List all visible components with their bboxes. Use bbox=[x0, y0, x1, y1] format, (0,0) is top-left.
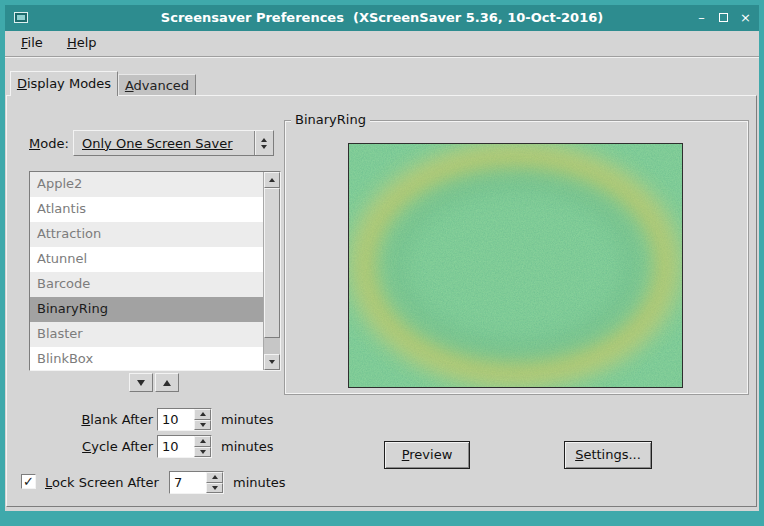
blank-after-input[interactable] bbox=[158, 409, 194, 430]
list-item[interactable]: BinaryRing bbox=[30, 297, 263, 322]
down-arrow-icon bbox=[200, 423, 206, 427]
titlebar[interactable]: Screensaver Preferences (XScreenSaver 5.… bbox=[5, 5, 759, 31]
list-scrollbar[interactable] bbox=[263, 172, 280, 370]
up-arrow-icon bbox=[212, 475, 218, 479]
window-title: Screensaver Preferences (XScreenSaver 5.… bbox=[5, 5, 759, 31]
lock-after-spinner bbox=[169, 471, 224, 494]
cycle-after-spinner bbox=[157, 435, 212, 458]
mode-dropdown-value: Only One Screen Saver bbox=[74, 136, 233, 151]
lock-after-input[interactable] bbox=[170, 472, 206, 493]
lock-screen-label: Lock Screen After bbox=[45, 475, 159, 490]
close-button[interactable]: × bbox=[738, 10, 753, 26]
cycle-after-label: Cycle After bbox=[37, 439, 153, 454]
menu-file[interactable]: File bbox=[11, 31, 53, 54]
titlebar-buttons: – × bbox=[694, 5, 753, 31]
blank-after-steppers bbox=[194, 409, 211, 430]
down-arrow-icon bbox=[137, 380, 145, 386]
scrollbar-thumb[interactable] bbox=[264, 188, 280, 338]
blank-after-unit: minutes bbox=[221, 412, 274, 427]
dropdown-arrows-icon bbox=[254, 131, 273, 155]
increment-button[interactable] bbox=[194, 436, 211, 447]
display-modes-panel: Mode: Only One Screen Saver Apple2 Atlan… bbox=[6, 95, 757, 507]
scroll-up-button[interactable] bbox=[264, 172, 280, 188]
mode-dropdown[interactable]: Only One Screen Saver bbox=[73, 130, 274, 156]
maximize-button[interactable] bbox=[716, 10, 731, 26]
increment-button[interactable] bbox=[206, 472, 223, 483]
cycle-after-input[interactable] bbox=[158, 436, 194, 457]
lock-after-steppers bbox=[206, 472, 223, 493]
mode-label: Mode: bbox=[29, 136, 69, 151]
previous-saver-button[interactable] bbox=[155, 373, 179, 392]
next-saver-button[interactable] bbox=[129, 373, 153, 392]
list-item[interactable]: Barcode bbox=[30, 272, 263, 297]
preview-frame-label: BinaryRing bbox=[291, 112, 370, 127]
settings-button[interactable]: Settings... bbox=[564, 441, 652, 469]
maximize-icon bbox=[719, 13, 728, 22]
list-item[interactable]: Atlantis bbox=[30, 197, 263, 222]
binaryring-preview-art bbox=[349, 144, 682, 387]
decrement-button[interactable] bbox=[194, 420, 211, 431]
blank-after-spinner bbox=[157, 408, 212, 431]
list-item[interactable]: Attraction bbox=[30, 222, 263, 247]
list-item[interactable]: BlinkBox bbox=[30, 347, 263, 370]
screensaver-list-rows: Apple2 Atlantis Attraction Atunnel Barco… bbox=[30, 172, 263, 370]
cycle-after-steppers bbox=[194, 436, 211, 457]
menubar: File Help bbox=[5, 31, 759, 57]
minimize-button[interactable]: – bbox=[694, 10, 709, 26]
decrement-button[interactable] bbox=[194, 447, 211, 458]
list-item[interactable]: Apple2 bbox=[30, 172, 263, 197]
tab-advanced[interactable]: Advanced bbox=[118, 74, 196, 96]
preview-image bbox=[348, 143, 683, 388]
lock-after-unit: minutes bbox=[233, 475, 286, 490]
down-arrow-icon bbox=[200, 450, 206, 454]
list-item[interactable]: Atunnel bbox=[30, 247, 263, 272]
increment-button[interactable] bbox=[194, 409, 211, 420]
screensaver-list: Apple2 Atlantis Attraction Atunnel Barco… bbox=[29, 171, 281, 371]
lock-screen-checkbox[interactable]: ✓ bbox=[21, 474, 36, 489]
down-arrow-icon bbox=[212, 486, 218, 490]
decrement-button[interactable] bbox=[206, 483, 223, 494]
up-arrow-icon bbox=[163, 380, 171, 386]
menu-help[interactable]: Help bbox=[57, 31, 107, 54]
up-arrow-icon bbox=[200, 412, 206, 416]
window-client-area: Screensaver Preferences (XScreenSaver 5.… bbox=[5, 5, 759, 511]
blank-after-label: Blank After bbox=[37, 412, 153, 427]
cycle-after-unit: minutes bbox=[221, 439, 274, 454]
down-arrow-icon bbox=[269, 360, 275, 364]
preview-button[interactable]: Preview bbox=[384, 441, 470, 469]
list-item[interactable]: Blaster bbox=[30, 322, 263, 347]
up-arrow-icon bbox=[200, 439, 206, 443]
up-arrow-icon bbox=[269, 178, 275, 182]
xscreensaver-window: Screensaver Preferences (XScreenSaver 5.… bbox=[0, 0, 764, 526]
scroll-down-button[interactable] bbox=[264, 354, 280, 370]
tab-display-modes[interactable]: Display Modes bbox=[10, 71, 118, 96]
